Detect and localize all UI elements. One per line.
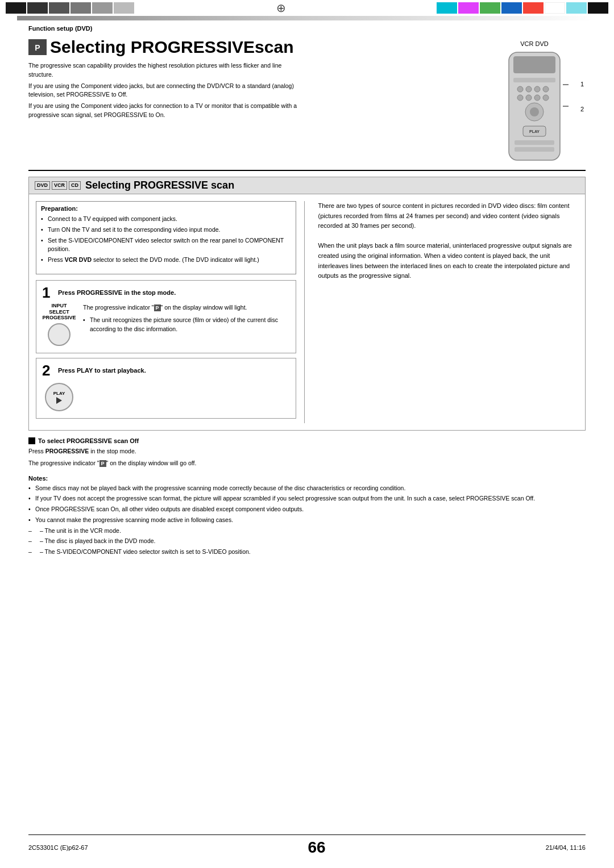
step-2-icon: PLAY <box>42 381 76 414</box>
step-1-header: 1 Press PROGRESSIVE in the stop mode. <box>42 285 290 300</box>
play-triangle-icon <box>56 397 62 404</box>
svg-point-11 <box>534 95 540 101</box>
color-swatch <box>437 2 457 14</box>
svg-point-8 <box>543 86 549 92</box>
section-header-box: DVD VCR CD Selecting PROGRESSIVE scan <box>28 177 586 194</box>
color-swatch <box>92 2 113 14</box>
function-label: Function setup (DVD) <box>28 25 586 32</box>
footer-center: 66 <box>308 838 326 857</box>
note-item: Some discs may not be played back with t… <box>28 484 586 493</box>
remote-number-2: 2 <box>580 106 584 112</box>
title-left: P Selecting PROGRESSIVEscan The progress… <box>28 37 472 120</box>
svg-rect-18 <box>515 147 554 152</box>
cd-badge: CD <box>69 181 81 190</box>
main-content: P Selecting PROGRESSIVEscan The progress… <box>0 37 614 557</box>
to-select-off-title: To select PROGRESSIVE scan Off <box>38 437 139 444</box>
note-sub-item: – The unit is in the VCR mode. <box>28 527 586 536</box>
right-column: There are two types of source content in… <box>316 201 579 423</box>
color-swatch <box>27 2 48 14</box>
svg-rect-4 <box>513 78 555 82</box>
top-color-bar <box>0 0 614 16</box>
color-swatch <box>545 2 565 14</box>
notes-title: Notes: <box>28 475 586 482</box>
svg-point-9 <box>517 95 523 101</box>
remote-control: PLAY 1 2 <box>497 49 571 164</box>
note-item: You cannot make the progressive scanning… <box>28 516 586 525</box>
to-select-off-line2: The progressive indicator "P" on the dis… <box>28 458 586 468</box>
to-select-off-section: To select PROGRESSIVE scan Off Press PRO… <box>28 437 586 468</box>
page-footer: 2C53301C (E)p62-67 66 21/4/04, 11:16 <box>28 834 586 857</box>
svg-point-14 <box>530 107 539 116</box>
step-1-box: 1 Press PROGRESSIVE in the stop mode. IN… <box>36 280 296 353</box>
prep-item: Press VCR DVD selector to select the DVD… <box>41 256 291 265</box>
color-swatch <box>566 2 587 14</box>
step-2-header: 2 Press PLAY to start playback. <box>42 363 290 378</box>
note-sub-item: – The S-VIDEO/COMPONENT video selector s… <box>28 548 586 557</box>
progressive-button <box>48 323 70 346</box>
svg-point-10 <box>526 95 532 101</box>
color-swatch <box>6 2 26 14</box>
title-right: VCR DVD <box>483 40 586 164</box>
step-2-box: 2 Press PLAY to start playback. PLAY <box>36 358 296 419</box>
svg-text:PLAY: PLAY <box>529 130 540 133</box>
prep-item: Set the S-VIDEO/COMPONENT video selector… <box>41 236 291 254</box>
title-icon: P <box>28 39 47 55</box>
page-title: P Selecting PROGRESSIVEscan <box>28 37 472 57</box>
section-divider <box>28 170 586 171</box>
step-1-desc: The progressive indicator "P" on the dis… <box>83 303 290 335</box>
footer-left: 2C53301C (E)p62-67 <box>28 844 88 851</box>
color-swatch <box>70 2 91 14</box>
notes-section: Notes: Some discs may not be played back… <box>28 475 586 557</box>
note-item: If your TV does not accept the progressi… <box>28 494 586 503</box>
prep-list: Connect to a TV equipped with component … <box>41 215 291 265</box>
notes-list: Some discs may not be played back with t… <box>28 484 586 557</box>
step-2-number: 2 <box>42 363 53 378</box>
two-column-layout: Preparation: Connect to a TV equipped wi… <box>28 194 586 431</box>
title-text: Selecting PROGRESSIVEscan <box>50 37 293 57</box>
prep-title: Preparation: <box>41 205 291 212</box>
color-swatch <box>501 2 522 14</box>
color-swatch <box>49 2 69 14</box>
to-select-off-header: To select PROGRESSIVE scan Off <box>28 437 586 444</box>
svg-text:P: P <box>35 43 40 52</box>
prep-item: Turn ON the TV and set it to the corresp… <box>41 226 291 235</box>
step-1-number: 1 <box>42 285 53 300</box>
step-1-title: Press PROGRESSIVE in the stop mode. <box>58 285 176 297</box>
dvd-badge: DVD <box>35 181 50 190</box>
svg-point-12 <box>543 95 549 101</box>
color-swatch <box>523 2 544 14</box>
color-swatch <box>114 2 134 14</box>
crosshair-icon <box>274 1 288 15</box>
preparation-box: Preparation: Connect to a TV equipped wi… <box>36 201 296 274</box>
right-col-text: There are two types of source content in… <box>318 201 579 231</box>
header-bar <box>17 16 597 20</box>
color-swatch <box>480 2 500 14</box>
remote-svg: PLAY <box>497 49 571 163</box>
prep-item: Connect to a TV equipped with component … <box>41 215 291 224</box>
section-header-icons: DVD VCR CD <box>35 181 81 190</box>
play-button: PLAY <box>45 383 73 411</box>
footer-right: 21/4/04, 11:16 <box>546 844 586 851</box>
note-sub-item: – The disc is played back in the DVD mod… <box>28 537 586 546</box>
step-1-icon: INPUT SELECT PROGESSIVE <box>42 303 76 348</box>
svg-point-7 <box>534 86 540 92</box>
step-2-title: Press PLAY to start playback. <box>58 363 146 375</box>
svg-rect-3 <box>513 56 555 73</box>
svg-point-5 <box>517 86 523 92</box>
black-square-icon <box>28 437 35 444</box>
title-section: P Selecting PROGRESSIVEscan The progress… <box>28 37 586 164</box>
remote-number-1: 1 <box>580 81 584 87</box>
step-2-content: PLAY <box>42 381 290 414</box>
note-item: Once PROGRESSIVE scan On, all other vide… <box>28 505 586 514</box>
vcr-dvd-label: VCR DVD <box>483 40 586 47</box>
color-swatch <box>588 2 608 14</box>
section-title: Selecting PROGRESSIVE scan <box>85 180 234 191</box>
step-1-content: INPUT SELECT PROGESSIVE The progressive … <box>42 303 290 348</box>
svg-rect-17 <box>515 140 554 145</box>
vcr-badge: VCR <box>52 181 67 190</box>
left-column: Preparation: Connect to a TV equipped wi… <box>36 201 305 423</box>
color-swatch <box>458 2 479 14</box>
input-select-label: INPUT SELECT PROGESSIVE <box>42 303 76 321</box>
title-description: The progressive scan capability provides… <box>28 61 301 120</box>
to-select-off-line1: Press PROGRESSIVE in the stop mode. <box>28 446 586 456</box>
